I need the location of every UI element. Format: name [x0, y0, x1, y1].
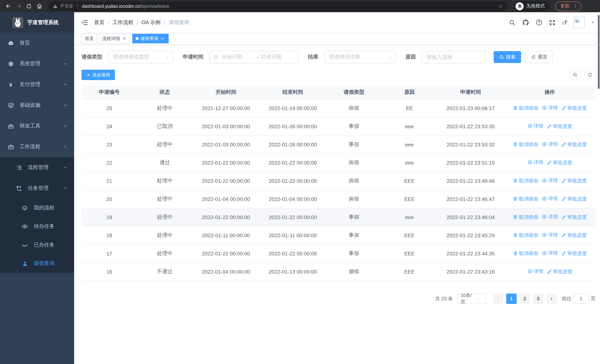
action-progress[interactable]: 审批进度 [562, 214, 587, 220]
action-progress[interactable]: 审批进度 [547, 268, 572, 275]
action-cancel[interactable]: 取消请假 [513, 250, 538, 257]
action-progress[interactable]: 审批进度 [547, 123, 572, 130]
action-detail[interactable]: 详情 [542, 195, 558, 202]
breadcrumb-item[interactable]: 首页 [94, 19, 104, 26]
view-icon [542, 105, 547, 111]
action-label: 详情 [534, 268, 543, 275]
bookmark-star-icon[interactable]: ☆ [498, 3, 503, 9]
action-progress[interactable]: 审批进度 [562, 250, 587, 257]
page-2[interactable]: 2 [520, 293, 530, 304]
goto-page-input[interactable] [574, 293, 589, 304]
sidebar-item-todo-tasks[interactable]: 待办任务 [0, 217, 74, 236]
tab-process-detail[interactable]: 流程详情× [99, 34, 131, 43]
create-leave-button[interactable]: 发起请假 [82, 70, 115, 80]
avatar[interactable] [573, 17, 585, 28]
action-detail[interactable]: 详情 [542, 141, 558, 148]
sidebar-item-infra[interactable]: 基础设施 [0, 95, 74, 116]
cell-id: 24 [82, 117, 137, 135]
refresh-button[interactable] [584, 69, 596, 80]
breadcrumb: 首页/工作流程/OA 示例/请假查询 [94, 19, 189, 26]
action-detail[interactable]: 详情 [542, 214, 558, 220]
sidebar-item-process-mgmt[interactable]: 流程管理 [0, 157, 74, 178]
reason-input[interactable] [422, 51, 486, 63]
sidebar-item-task-mgmt[interactable]: 任务管理 [0, 178, 74, 199]
cell-actions: 详情审批进度 [504, 262, 596, 280]
search-button[interactable]: 搜索 [494, 51, 521, 63]
action-detail[interactable]: 详情 [542, 177, 558, 184]
action-progress[interactable]: 审批进度 [562, 105, 587, 111]
table-row: 20处理中2022-01-04 00:00:002022-01-04 00:00… [82, 190, 596, 208]
sidebar-item-workflow[interactable]: 工作流程 [0, 136, 74, 157]
back-icon[interactable] [4, 2, 13, 10]
address-bar[interactable]: 不安全 dashboard.yudao.iocoder.cn/bpm/oa/le… [48, 1, 508, 11]
page-1[interactable]: 1 [506, 293, 517, 304]
sidebar-item-leave-query[interactable]: 请假查询 [0, 254, 74, 273]
action-progress[interactable]: 审批进度 [562, 196, 587, 202]
trash-icon [513, 251, 518, 256]
next-page-button[interactable] [546, 293, 557, 304]
action-label: 详情 [534, 159, 543, 166]
github-icon[interactable] [522, 19, 529, 26]
action-cancel[interactable]: 取消请假 [513, 105, 538, 111]
reset-button[interactable]: 重置 [525, 51, 553, 63]
forward-icon[interactable] [14, 2, 23, 10]
action-detail[interactable]: 详情 [542, 232, 558, 238]
action-cancel[interactable]: 取消请假 [513, 141, 538, 148]
close-icon[interactable]: × [122, 36, 127, 41]
cell-type: 事假 [326, 135, 382, 153]
sidebar-item-devtools[interactable]: 研发工具 [0, 116, 74, 136]
chevron-down-icon [165, 55, 170, 59]
action-cancel[interactable]: 取消请假 [513, 177, 538, 184]
help-icon[interactable] [535, 19, 543, 26]
cell-actions: 取消请假详情审批进度 [504, 190, 596, 208]
fullscreen-icon[interactable] [549, 19, 556, 26]
search-icon[interactable] [509, 19, 516, 26]
sidebar-item-label: 首页 [20, 40, 67, 46]
breadcrumb-item[interactable]: 工作流程 [113, 19, 133, 26]
sidebar-item-home[interactable]: 首页 [0, 33, 74, 53]
sidebar-item-payment[interactable]: ¥支付管理 [0, 74, 74, 95]
action-cancel[interactable]: 取消请假 [513, 232, 538, 239]
action-detail[interactable]: 详情 [542, 104, 558, 111]
breadcrumb-item[interactable]: OA 示例 [141, 19, 161, 26]
hamburger-icon[interactable] [74, 19, 94, 26]
cell-status: 处理中 [137, 99, 193, 117]
action-progress[interactable]: 审批进度 [562, 232, 587, 239]
action-progress[interactable]: 审批进度 [547, 159, 572, 166]
sidebar-item-done-tasks[interactable]: 已办任务 [0, 236, 74, 254]
hide-search-button[interactable] [570, 69, 581, 80]
apply-time-range-picker[interactable]: 开始日期 - 结束日期 [209, 51, 298, 63]
tab-home[interactable]: 首页 [82, 34, 97, 43]
cell-apply: 2022-01-22 23:49:46 [437, 172, 504, 190]
action-detail[interactable]: 详情 [527, 123, 543, 129]
view-icon [542, 233, 547, 238]
caret-down-icon[interactable] [591, 20, 595, 24]
font-size-icon[interactable]: TT [562, 19, 567, 26]
reload-icon[interactable] [24, 2, 33, 10]
action-detail[interactable]: 详情 [527, 268, 543, 275]
action-cancel[interactable]: 取消请假 [513, 214, 538, 220]
sidebar-item-my-process[interactable]: 我的流程 [0, 199, 74, 217]
page-3[interactable]: 3 [533, 293, 543, 304]
cell-apply: 2022-01-22 23:53:32 [437, 135, 504, 153]
action-progress[interactable]: 审批进度 [562, 141, 587, 148]
page-size-select[interactable]: 10条/页 [457, 293, 486, 304]
close-icon[interactable]: × [160, 36, 165, 41]
column-header: 状态 [137, 86, 193, 99]
menu-dots-icon[interactable] [573, 3, 578, 9]
update-chip[interactable]: 更新 [555, 1, 581, 11]
action-detail[interactable]: 详情 [527, 159, 543, 166]
sidebar-item-system[interactable]: 系统管理 [0, 53, 74, 74]
cell-actions: 取消请假详情审批进度 [504, 244, 596, 262]
pen-icon [547, 269, 552, 274]
leave-type-select[interactable]: 请选择请假类型 [108, 51, 173, 63]
home-icon[interactable] [35, 2, 44, 10]
prev-page-button[interactable] [493, 293, 503, 304]
action-detail[interactable]: 详情 [542, 250, 558, 257]
action-cancel[interactable]: 取消请假 [513, 196, 538, 202]
cell-apply: 2022-01-22 23:45:29 [437, 226, 504, 244]
result-select[interactable]: 请选择流结果 [324, 51, 396, 63]
sidebar: 芋道管理系统 首页系统管理¥支付管理基础设施研发工具工作流程流程管理任务管理我的… [0, 12, 74, 364]
tab-leave-query[interactable]: 请假查询× [132, 34, 169, 43]
action-progress[interactable]: 审批进度 [562, 177, 587, 184]
